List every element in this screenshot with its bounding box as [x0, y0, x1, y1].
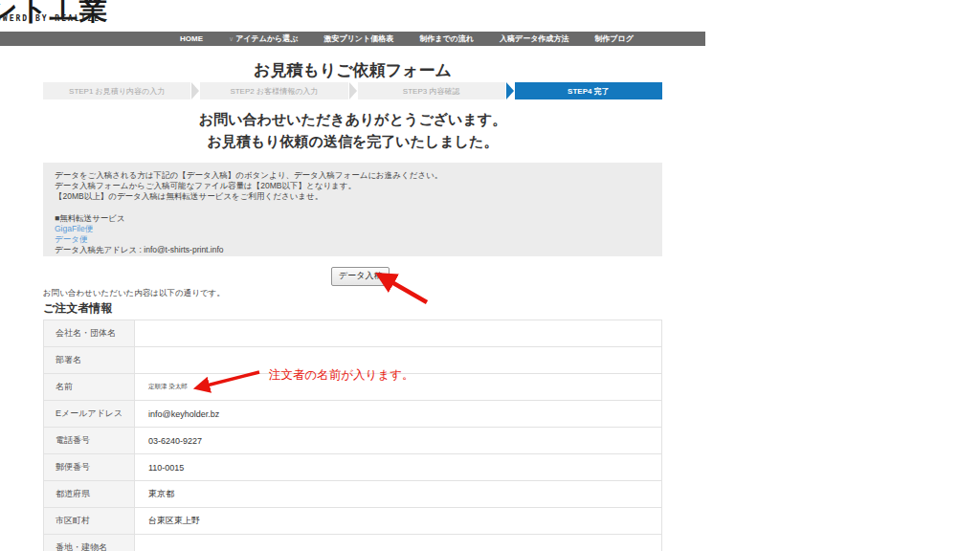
table-row: 郵便番号110-0015 [44, 454, 662, 481]
page: ント工業 OWERD BY REALIZE HOME∨アイテムから選ぶ激安プリン… [0, 0, 980, 551]
chevron-down-icon: ∨ [229, 35, 234, 43]
link-gigafile[interactable]: GigaFile便 [55, 224, 651, 234]
upload-info-line: データ入稿フォームからご入稿可能なファイル容量は【20MB以下】となります。 [55, 181, 651, 191]
step-label: STEP1 お見積り内容の入力 [69, 86, 165, 97]
nav-item-label: 激安プリント価格表 [323, 33, 393, 44]
site-logo-tagline: OWERD BY REALIZE [0, 14, 100, 23]
row-label: 市区町村 [44, 508, 135, 535]
step-segment-active: STEP4 完了 [515, 82, 662, 99]
nav-item-label: 制作までの流れ [419, 33, 474, 44]
upload-info-line: 【20MB以上】のデータ入稿は無料転送サービスをご利用くださいませ。 [55, 191, 651, 202]
spacer [55, 203, 651, 213]
orderer-info-table: 会社名・団体名部署名名前定順津 染太郎Eメールアドレスinfo@keyholde… [43, 320, 662, 551]
upload-info-box: データをご入稿される方は下記の【データ入稿】のボタンより、データ入稿フォームにお… [43, 163, 662, 256]
nav-item-data-guide[interactable]: 入稿データ作成方法 [500, 33, 568, 44]
row-label: 郵便番号 [44, 454, 135, 481]
free-transfer-header: ■無料転送サービス [55, 213, 651, 224]
step-arrow-icon [191, 82, 199, 99]
nav-item-blog[interactable]: 制作ブログ [594, 33, 634, 44]
completion-message-line2: お見積もり依頼の送信を完了いたしました。 [43, 130, 662, 152]
step-arrow-icon [349, 82, 357, 99]
table-row: 電話番号03-6240-9227 [44, 428, 662, 454]
nav-item-label: アイテムから選ぶ [235, 33, 298, 44]
nav-item-home[interactable]: HOME [180, 34, 203, 43]
step-label: STEP4 完了 [568, 86, 610, 97]
confirmation-intro: お問い合わせいただいた内容は以下の通りです。 [43, 288, 225, 299]
nav-item-label: 入稿データ作成方法 [500, 33, 568, 44]
row-value [135, 347, 662, 374]
table-row: 名前定順津 染太郎 [44, 374, 662, 401]
nav-item-label: HOME [180, 34, 203, 43]
row-value [135, 320, 662, 347]
row-value [135, 535, 662, 551]
table-row: 会社名・団体名 [44, 320, 662, 347]
row-label: 部署名 [44, 347, 135, 374]
row-label: 都道府県 [44, 481, 135, 508]
row-label: 電話番号 [44, 428, 135, 454]
row-value: 東京都 [135, 481, 662, 508]
nav-item-items[interactable]: ∨アイテムから選ぶ [229, 33, 298, 44]
data-upload-button[interactable]: データ入稿 [331, 267, 390, 286]
step-segment: STEP1 お見積り内容の入力 [43, 82, 190, 99]
link-databin[interactable]: データ便 [55, 234, 651, 245]
step-segment: STEP2 お客様情報の入力 [200, 82, 347, 99]
step-segment: STEP3 内容確認 [358, 82, 505, 99]
table-row: 部署名 [44, 347, 662, 374]
upload-info-line: データをご入稿される方は下記の【データ入稿】のボタンより、データ入稿フォームにお… [55, 170, 651, 181]
table-row: 市区町村台東区東上野 [44, 508, 662, 535]
upload-address-line: データ入稿先アドレス : info@t-shirts-print.info [55, 245, 651, 255]
row-label: 会社名・団体名 [44, 320, 135, 347]
row-value: info@keyholder.bz [135, 401, 662, 428]
main-nav: HOME∨アイテムから選ぶ激安プリント価格表制作までの流れ入稿データ作成方法制作… [0, 32, 705, 46]
step-label: STEP2 お客様情報の入力 [230, 86, 318, 97]
table-row: 都道府県東京都 [44, 481, 662, 508]
page-title: お見積もりご依頼フォーム [43, 59, 662, 81]
completion-message-line1: お問い合わせいただきありがとうございます。 [43, 108, 662, 130]
table-row: Eメールアドレスinfo@keyholder.bz [44, 401, 662, 428]
row-label: 番地・建物名 [44, 535, 135, 551]
row-label: Eメールアドレス [44, 401, 135, 428]
nav-item-flow[interactable]: 制作までの流れ [419, 33, 474, 44]
row-value: 110-0015 [135, 454, 662, 481]
step-arrow-icon [506, 82, 514, 99]
row-value: 台東区東上野 [135, 508, 662, 535]
row-value: 定順津 染太郎 [135, 374, 662, 401]
completion-message: お問い合わせいただきありがとうございます。 お見積もり依頼の送信を完了いたしまし… [43, 108, 662, 152]
row-label: 名前 [44, 374, 135, 401]
step-label: STEP3 内容確認 [403, 86, 460, 97]
step-indicator: STEP1 お見積り内容の入力STEP2 お客様情報の入力STEP3 内容確認S… [43, 82, 662, 99]
table-row: 番地・建物名 [44, 535, 662, 551]
row-value: 03-6240-9227 [135, 428, 662, 454]
nav-item-label: 制作ブログ [594, 33, 634, 44]
nav-item-price[interactable]: 激安プリント価格表 [323, 33, 393, 44]
